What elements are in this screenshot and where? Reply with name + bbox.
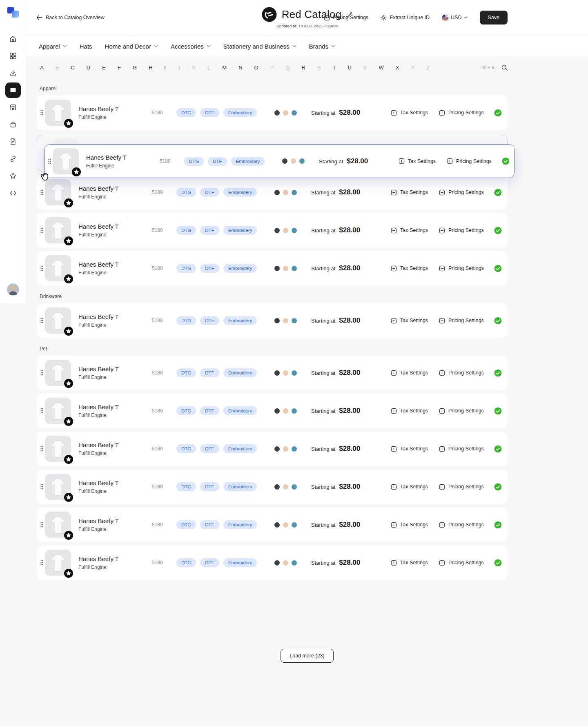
letter-E[interactable]: E bbox=[102, 65, 106, 71]
letter-M[interactable]: M bbox=[222, 65, 227, 71]
category-tab-stationery-and-business[interactable]: Stationery and Business bbox=[223, 43, 296, 50]
row-pricing-settings-button[interactable]: Pricing Settings bbox=[439, 408, 494, 414]
enabled-check-icon[interactable] bbox=[494, 227, 502, 234]
sidebar-item-developer[interactable] bbox=[5, 185, 21, 201]
row-pricing-settings-button[interactable]: Pricing Settings bbox=[439, 370, 494, 376]
tax-settings-button[interactable]: Tax Settings bbox=[391, 227, 439, 234]
product-row[interactable]: Hanes Beefy T Fulfill Engine 5180 DTG DT… bbox=[45, 145, 514, 178]
enabled-check-icon[interactable] bbox=[494, 265, 502, 272]
sidebar-item-favorites[interactable] bbox=[5, 168, 21, 184]
product-row[interactable]: Hanes Beefy T Fulfill Engine 5180 DTG DT… bbox=[37, 394, 508, 428]
tax-settings-button[interactable]: Tax Settings bbox=[391, 560, 439, 566]
load-more-button[interactable]: Load more (23) bbox=[281, 649, 333, 663]
tax-settings-button[interactable]: Tax Settings bbox=[391, 484, 439, 490]
product-row[interactable]: Hanes Beefy T Fulfill Engine 5180 DTG DT… bbox=[37, 303, 508, 338]
search-icon[interactable] bbox=[501, 64, 508, 71]
letter-G[interactable]: G bbox=[133, 65, 137, 71]
back-to-catalog-link[interactable]: Back to Catalog Overview bbox=[36, 15, 105, 20]
enabled-check-icon[interactable] bbox=[494, 189, 502, 196]
category-tab-brands[interactable]: Brands bbox=[309, 43, 336, 50]
product-row[interactable]: Hanes Beefy T Fulfill Engine 5180 DTG DT… bbox=[37, 356, 508, 390]
enabled-check-icon[interactable] bbox=[494, 369, 502, 377]
product-row[interactable]: Hanes Beefy T Fulfill Engine 5180 DTG DT… bbox=[37, 175, 508, 209]
letter-X[interactable]: X bbox=[396, 65, 399, 71]
tax-settings-button[interactable]: Tax Settings bbox=[391, 189, 439, 196]
category-tab-apparel[interactable]: Apparel bbox=[39, 43, 67, 50]
category-tab-home-and-decor[interactable]: Home and Decor bbox=[105, 43, 158, 50]
enabled-check-icon[interactable] bbox=[502, 157, 510, 165]
sidebar-item-storefront[interactable] bbox=[5, 100, 21, 115]
tax-settings-button[interactable]: Tax Settings bbox=[391, 446, 439, 452]
tax-settings-button[interactable]: Tax Settings bbox=[391, 522, 439, 528]
dragged-row[interactable]: Hanes Beefy T Fulfill Engine 5180 DTG DT… bbox=[44, 144, 515, 178]
drag-handle-icon[interactable] bbox=[40, 189, 43, 195]
category-tab-accessories[interactable]: Accessories bbox=[171, 43, 211, 50]
drag-handle-icon[interactable] bbox=[40, 446, 43, 452]
letter-T[interactable]: T bbox=[333, 65, 336, 71]
row-pricing-settings-button[interactable]: Pricing Settings bbox=[439, 265, 494, 272]
tax-settings-button[interactable]: Tax Settings bbox=[391, 408, 439, 414]
product-row[interactable]: Hanes Beefy T Fulfill Engine 5180 DTG DT… bbox=[37, 546, 508, 580]
user-avatar[interactable] bbox=[7, 283, 19, 296]
letter-N[interactable]: N bbox=[238, 65, 242, 71]
letter-H[interactable]: H bbox=[149, 65, 152, 71]
product-row[interactable]: Hanes Beefy T Fulfill Engine 5180 DTG DT… bbox=[37, 508, 508, 542]
sidebar-item-documents[interactable] bbox=[5, 134, 21, 149]
letter-U[interactable]: U bbox=[347, 65, 351, 71]
letter-A[interactable]: A bbox=[40, 65, 44, 71]
pricing-settings-button[interactable]: Pricing Settings bbox=[324, 15, 368, 21]
sidebar-item-home[interactable] bbox=[5, 31, 21, 47]
enabled-check-icon[interactable] bbox=[494, 559, 502, 567]
currency-selector[interactable]: USD bbox=[442, 14, 467, 21]
row-pricing-settings-button[interactable]: Pricing Settings bbox=[439, 189, 494, 196]
letter-F[interactable]: F bbox=[118, 65, 121, 71]
row-pricing-settings-button[interactable]: Pricing Settings bbox=[439, 484, 494, 490]
enabled-check-icon[interactable] bbox=[494, 521, 502, 529]
sidebar-item-links[interactable] bbox=[5, 151, 21, 167]
enabled-check-icon[interactable] bbox=[494, 317, 502, 325]
enabled-check-icon[interactable] bbox=[494, 109, 502, 117]
row-pricing-settings-button[interactable]: Pricing Settings bbox=[439, 560, 494, 566]
category-tab-hats[interactable]: Hats bbox=[80, 43, 92, 50]
product-row[interactable]: Hanes Beefy T Fulfill Engine 5180 DTG DT… bbox=[37, 432, 508, 466]
letter-R[interactable]: R bbox=[301, 65, 305, 71]
enabled-check-icon[interactable] bbox=[494, 445, 502, 453]
drag-handle-icon[interactable] bbox=[40, 265, 43, 271]
row-pricing-settings-button[interactable]: Pricing Settings bbox=[439, 446, 494, 452]
drag-handle-icon[interactable] bbox=[40, 370, 43, 376]
sidebar-item-orders[interactable] bbox=[5, 117, 21, 132]
save-button[interactable]: Save bbox=[480, 11, 508, 24]
product-row[interactable]: Hanes Beefy T Fulfill Engine 5180 DTG DT… bbox=[37, 251, 508, 285]
product-row[interactable]: Hanes Beefy T Fulfill Engine 5180 DTG DT… bbox=[37, 96, 508, 130]
row-pricing-settings-button[interactable]: Pricing Settings bbox=[439, 522, 494, 528]
drag-handle-icon[interactable] bbox=[40, 408, 43, 414]
drag-handle-icon[interactable] bbox=[40, 110, 43, 116]
extract-unique-id-button[interactable]: Extract Unique ID bbox=[381, 15, 430, 21]
enabled-check-icon[interactable] bbox=[494, 407, 502, 415]
drag-handle-icon[interactable] bbox=[40, 560, 43, 566]
sidebar-item-apps[interactable] bbox=[5, 48, 21, 64]
letter-W[interactable]: W bbox=[379, 65, 384, 71]
enabled-check-icon[interactable] bbox=[494, 483, 502, 491]
letter-C[interactable]: C bbox=[71, 65, 74, 71]
drag-handle-icon[interactable] bbox=[40, 318, 43, 323]
row-pricing-settings-button[interactable]: Pricing Settings bbox=[439, 110, 494, 116]
product-row[interactable]: Hanes Beefy T Fulfill Engine 5180 DTG DT… bbox=[37, 470, 508, 504]
drag-handle-icon[interactable] bbox=[40, 522, 43, 528]
drag-handle-icon[interactable] bbox=[40, 484, 43, 490]
letter-I[interactable]: I bbox=[164, 65, 166, 71]
drag-handle-icon[interactable] bbox=[40, 227, 43, 233]
tax-settings-button[interactable]: Tax Settings bbox=[391, 265, 439, 272]
product-row[interactable]: Hanes Beefy T Fulfill Engine 5180 DTG DT… bbox=[37, 213, 508, 247]
sidebar-item-import[interactable] bbox=[5, 65, 21, 81]
drag-handle-icon[interactable] bbox=[48, 158, 51, 164]
tax-settings-button[interactable]: Tax Settings bbox=[391, 110, 439, 116]
letter-D[interactable]: D bbox=[87, 65, 90, 71]
tax-settings-button[interactable]: Tax Settings bbox=[391, 370, 439, 376]
row-pricing-settings-button[interactable]: Pricing Settings bbox=[439, 318, 494, 324]
tax-settings-button[interactable]: Tax Settings bbox=[399, 158, 447, 164]
letter-O[interactable]: O bbox=[254, 65, 258, 71]
row-pricing-settings-button[interactable]: Pricing Settings bbox=[439, 227, 494, 234]
row-pricing-settings-button[interactable]: Pricing Settings bbox=[447, 158, 502, 164]
sidebar-item-catalogs[interactable] bbox=[5, 82, 21, 98]
